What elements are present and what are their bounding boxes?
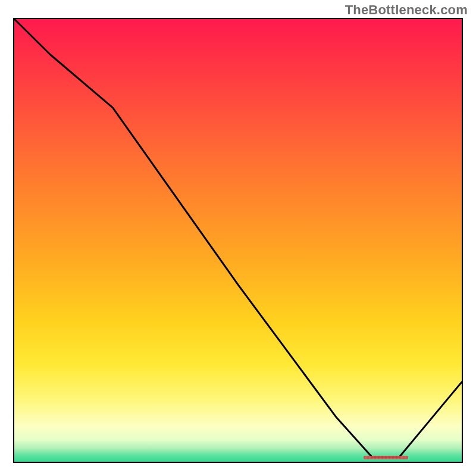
- attribution-text: TheBottleneck.com: [345, 2, 468, 18]
- optimum-range-marker: [364, 456, 408, 459]
- bottleneck-curve: [14, 19, 462, 462]
- chart-frame: TheBottleneck.com: [0, 0, 476, 476]
- plot-area: [13, 18, 463, 463]
